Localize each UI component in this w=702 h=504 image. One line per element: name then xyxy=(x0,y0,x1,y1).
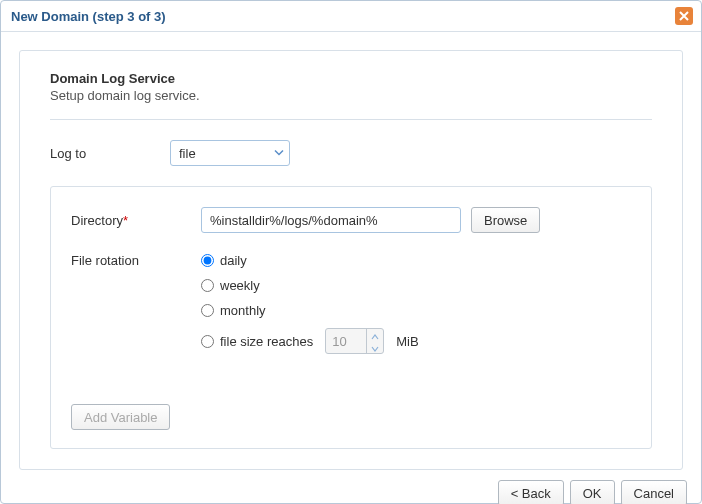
close-button[interactable] xyxy=(675,7,693,25)
divider xyxy=(50,119,652,120)
file-settings-fieldset: Directory* Browse File rotation daily xyxy=(50,186,652,449)
back-button[interactable]: < Back xyxy=(498,480,564,504)
rotation-option-daily[interactable]: daily xyxy=(201,253,419,268)
rotation-row: File rotation daily weekly monthly xyxy=(71,253,631,354)
dialog-footer: < Back OK Cancel xyxy=(1,470,701,504)
content-panel: Domain Log Service Setup domain log serv… xyxy=(19,50,683,470)
chevron-down-icon xyxy=(371,340,379,355)
section-title: Domain Log Service xyxy=(50,71,652,86)
rotation-options: daily weekly monthly file size reac xyxy=(201,253,419,354)
required-star: * xyxy=(123,213,128,228)
cancel-button[interactable]: Cancel xyxy=(621,480,687,504)
dialog-title: New Domain (step 3 of 3) xyxy=(11,9,166,24)
spinner-buttons xyxy=(366,329,383,353)
filesize-input[interactable] xyxy=(326,329,366,353)
logto-row: Log to xyxy=(50,140,652,166)
rotation-radio-weekly[interactable] xyxy=(201,279,214,292)
browse-button[interactable]: Browse xyxy=(471,207,540,233)
rotation-radio-filesize[interactable] xyxy=(201,335,214,348)
rotation-radio-monthly[interactable] xyxy=(201,304,214,317)
dialog-window: New Domain (step 3 of 3) Domain Log Serv… xyxy=(0,0,702,504)
rotation-radio-daily[interactable] xyxy=(201,254,214,267)
filesize-spinner[interactable] xyxy=(325,328,384,354)
add-variable-button[interactable]: Add Variable xyxy=(71,404,170,430)
section-subtitle: Setup domain log service. xyxy=(50,88,652,103)
rotation-label: File rotation xyxy=(71,253,201,268)
rotation-option-weekly[interactable]: weekly xyxy=(201,278,419,293)
directory-input[interactable] xyxy=(201,207,461,233)
addvar-row: Add Variable xyxy=(71,404,631,430)
logto-input[interactable] xyxy=(170,140,290,166)
rotation-option-monthly[interactable]: monthly xyxy=(201,303,419,318)
section-header: Domain Log Service Setup domain log serv… xyxy=(50,71,652,103)
ok-button[interactable]: OK xyxy=(570,480,615,504)
dialog-header: New Domain (step 3 of 3) xyxy=(1,1,701,32)
directory-label: Directory* xyxy=(71,213,201,228)
directory-row: Directory* Browse xyxy=(71,207,631,233)
close-icon xyxy=(679,9,689,24)
dialog-body: Domain Log Service Setup domain log serv… xyxy=(1,32,701,470)
logto-select[interactable] xyxy=(170,140,290,166)
spinner-down-button[interactable] xyxy=(367,341,383,353)
rotation-option-filesize[interactable]: file size reaches xyxy=(201,328,419,354)
logto-label: Log to xyxy=(50,146,170,161)
